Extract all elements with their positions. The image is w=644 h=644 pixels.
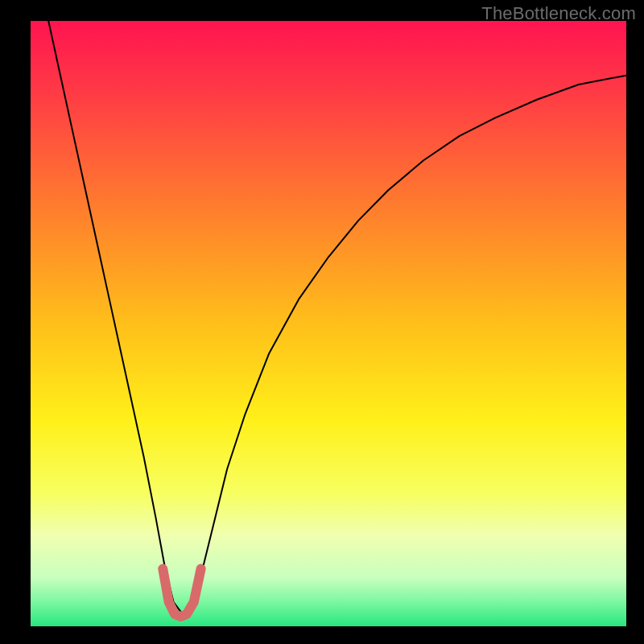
attribution-text: TheBottleneck.com (481, 3, 636, 24)
chart-frame: TheBottleneck.com (0, 0, 644, 644)
bottleneck-chart (31, 21, 626, 626)
gradient-background (31, 21, 626, 626)
